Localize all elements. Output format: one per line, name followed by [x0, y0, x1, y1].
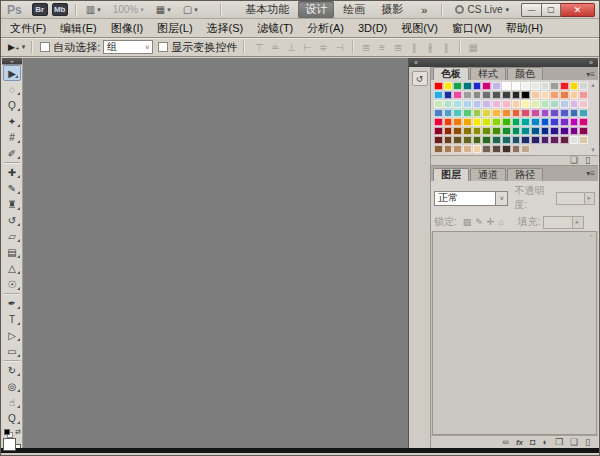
distribute-top-edges-icon[interactable]: ≣	[360, 42, 372, 53]
swatch[interactable]	[550, 82, 559, 90]
swatch[interactable]	[541, 82, 550, 90]
swatch[interactable]	[502, 145, 511, 153]
default-colors-icon[interactable]	[4, 429, 10, 435]
swatch[interactable]	[541, 127, 550, 135]
delete-swatch-icon[interactable]: ▯	[585, 156, 590, 165]
menu-item[interactable]: 选择(S)	[200, 19, 251, 38]
align-top-edges-icon[interactable]: ⊤	[253, 42, 265, 53]
swatches-tab[interactable]: 色板	[433, 67, 469, 80]
workspace-button[interactable]: 基本功能	[238, 1, 296, 18]
type-tool[interactable]: T	[2, 311, 22, 327]
scroll-up-icon[interactable]: ▲	[590, 82, 596, 88]
swatch[interactable]	[434, 82, 443, 90]
blur-tool[interactable]: △	[2, 260, 22, 276]
swatch[interactable]	[482, 136, 491, 144]
swatch[interactable]	[482, 100, 491, 108]
bridge-button[interactable]: Br	[32, 3, 48, 16]
lock-all-icon[interactable]: ⌂	[498, 217, 503, 227]
distribute-horizontal-centers-icon[interactable]: ∦	[424, 42, 436, 53]
swatch[interactable]	[473, 127, 482, 135]
3d-orbit-tool[interactable]: ◎	[2, 378, 22, 394]
swatch[interactable]	[531, 100, 540, 108]
arrange-documents-button[interactable]: ▦▾	[153, 3, 174, 16]
swatch[interactable]	[579, 91, 588, 99]
swatch[interactable]	[570, 91, 579, 99]
distribute-left-edges-icon[interactable]: ∥	[408, 42, 420, 53]
swatch[interactable]	[434, 100, 443, 108]
move-tool[interactable]: ▶	[3, 65, 21, 81]
swatch[interactable]	[453, 109, 462, 117]
swatch[interactable]	[550, 109, 559, 117]
swatch[interactable]	[521, 91, 530, 99]
menu-item[interactable]: 视图(V)	[394, 19, 445, 38]
swatch[interactable]	[550, 100, 559, 108]
menu-item[interactable]: 文件(F)	[3, 19, 53, 38]
zoom-tool[interactable]: Q	[2, 410, 22, 426]
swatch[interactable]	[541, 91, 550, 99]
swatch[interactable]	[463, 136, 472, 144]
swatch[interactable]	[444, 145, 453, 153]
panel-menu-icon[interactable]: ▾≡	[586, 70, 595, 79]
opacity-field[interactable]	[556, 192, 584, 205]
layers-list[interactable]: ˄	[432, 231, 597, 435]
swatch[interactable]	[512, 118, 521, 126]
layer-mask-icon[interactable]: ◘	[530, 438, 535, 447]
swatch[interactable]	[521, 145, 530, 153]
lock-position-icon[interactable]: ✛	[487, 217, 495, 227]
mini-bridge-button[interactable]: Mb	[52, 3, 68, 16]
swatch[interactable]	[492, 109, 501, 117]
swatches-tab[interactable]: 样式	[470, 67, 506, 80]
adjustment-layer-icon[interactable]: ◐	[542, 438, 547, 447]
swatch[interactable]	[453, 118, 462, 126]
swatch[interactable]	[512, 100, 521, 108]
healing-brush-tool[interactable]: ✚	[2, 164, 22, 180]
swatch[interactable]	[502, 91, 511, 99]
menu-item[interactable]: 分析(A)	[300, 19, 351, 38]
expand-dock-icon[interactable]: »	[589, 59, 593, 66]
swatch[interactable]	[444, 100, 453, 108]
swatch[interactable]	[473, 109, 482, 117]
view-extras-button[interactable]: ▥▾	[83, 3, 104, 16]
swatch[interactable]	[463, 100, 472, 108]
swatch[interactable]	[482, 127, 491, 135]
layer-style-icon[interactable]: fx	[516, 438, 523, 447]
swatch[interactable]	[521, 127, 530, 135]
swatch[interactable]	[434, 91, 443, 99]
fill-field[interactable]	[543, 216, 573, 229]
swatch[interactable]	[463, 82, 472, 90]
swatch[interactable]	[463, 127, 472, 135]
swatch[interactable]	[570, 136, 579, 144]
swatch[interactable]	[482, 91, 491, 99]
opacity-arrow-icon[interactable]: ▸	[585, 192, 595, 205]
marquee-tool[interactable]: ◌	[2, 81, 22, 97]
quick-selection-tool[interactable]: ✦	[2, 113, 22, 129]
new-swatch-icon[interactable]: ❏	[570, 156, 578, 165]
swatch[interactable]	[482, 118, 491, 126]
swatch[interactable]	[444, 136, 453, 144]
swatch[interactable]	[560, 82, 569, 90]
swatch[interactable]	[579, 109, 588, 117]
minimize-button[interactable]: —	[521, 3, 541, 17]
swatch[interactable]	[434, 118, 443, 126]
lasso-tool[interactable]: Ϙ	[2, 97, 22, 113]
swatch[interactable]	[579, 118, 588, 126]
swap-colors-icon[interactable]: ⇄	[15, 428, 21, 436]
swatch[interactable]	[570, 82, 579, 90]
swatch[interactable]	[570, 109, 579, 117]
swatch[interactable]	[434, 145, 443, 153]
workspace-overflow-button[interactable]: »	[414, 3, 434, 17]
delete-layer-icon[interactable]: ▯	[585, 438, 590, 447]
swatch[interactable]	[473, 145, 482, 153]
swatch[interactable]	[453, 127, 462, 135]
swatch[interactable]	[550, 127, 559, 135]
swatch[interactable]	[463, 145, 472, 153]
restore-button[interactable]: ▢	[541, 3, 561, 17]
swatch[interactable]	[482, 145, 491, 153]
menu-item[interactable]: 图层(L)	[150, 19, 199, 38]
swatch[interactable]	[444, 91, 453, 99]
gradient-tool[interactable]: ▤	[2, 244, 22, 260]
zoom-level-dropdown[interactable]: 100%▾	[110, 3, 147, 16]
link-layers-icon[interactable]: ∞	[502, 438, 508, 447]
align-right-edges-icon[interactable]: ⊣	[333, 42, 345, 53]
menu-item[interactable]: 窗口(W)	[445, 19, 499, 38]
